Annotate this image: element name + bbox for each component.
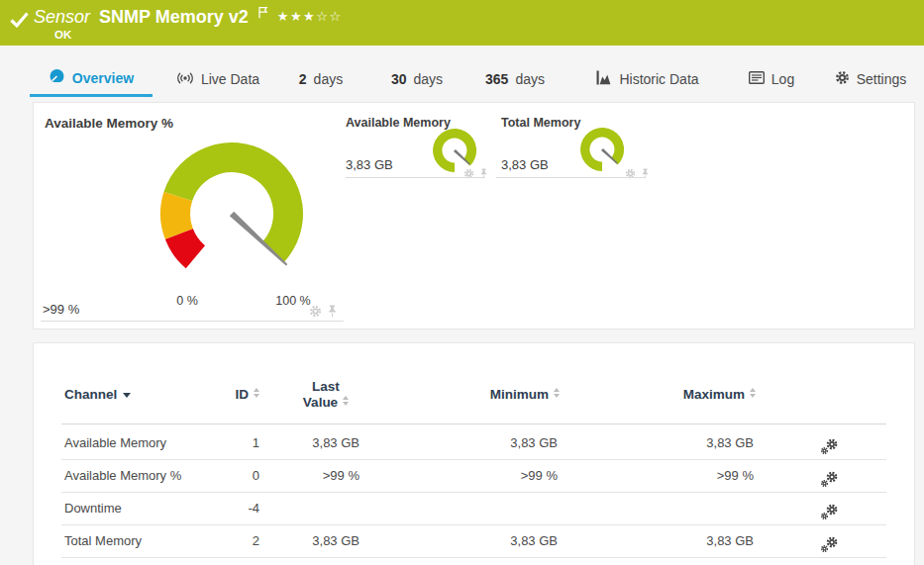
status-badge: OK bbox=[54, 29, 71, 41]
cell-id: 2 bbox=[182, 525, 259, 557]
tab-live-data[interactable]: Live Data bbox=[166, 61, 269, 97]
gear-icon[interactable] bbox=[309, 304, 322, 322]
gear-icon[interactable] bbox=[625, 165, 636, 183]
cell-channel: Available Memory bbox=[64, 427, 166, 459]
tab-2-days[interactable]: 2 days bbox=[293, 61, 349, 97]
overview-gauges-panel: Available Memory % 0 % 100 % >99 % Avail… bbox=[33, 102, 915, 330]
priority-stars[interactable]: ★★★☆☆ bbox=[277, 9, 343, 24]
cell-maximum: >99 % bbox=[605, 460, 754, 492]
table-row[interactable]: Available Memory % 0 >99 % >99 % >99 % bbox=[61, 460, 886, 493]
gear-icon bbox=[835, 70, 850, 88]
tab-30-days-label: days bbox=[414, 71, 444, 87]
cell-id: 1 bbox=[182, 427, 259, 459]
cell-channel: Available Memory % bbox=[64, 460, 181, 492]
total-memory-value: 3,83 GB bbox=[501, 157, 549, 172]
tab-2-days-number: 2 bbox=[299, 71, 307, 87]
column-header-id[interactable]: ID bbox=[182, 387, 259, 402]
divider bbox=[346, 177, 485, 178]
tab-settings-label: Settings bbox=[857, 71, 907, 87]
tab-settings[interactable]: Settings bbox=[834, 61, 907, 97]
tab-365-days[interactable]: 365 days bbox=[481, 61, 549, 97]
primary-gauge-title: Available Memory % bbox=[45, 116, 173, 131]
total-memory-gauge-title: Total Memory bbox=[501, 116, 580, 130]
gear-icon[interactable] bbox=[463, 165, 474, 183]
stars-empty-icon: ☆☆ bbox=[316, 9, 342, 24]
cell-minimum: >99 % bbox=[409, 460, 558, 492]
sort-icon bbox=[750, 388, 756, 398]
table-row[interactable]: Downtime -4 bbox=[61, 493, 886, 525]
tab-365-days-number: 365 bbox=[485, 71, 508, 87]
tab-overview[interactable]: Overview bbox=[30, 61, 153, 97]
object-kind-label: Sensor bbox=[34, 7, 90, 28]
cell-id: 0 bbox=[182, 460, 259, 492]
stars-filled-icon: ★★★ bbox=[277, 9, 316, 24]
tab-30-days[interactable]: 30 days bbox=[386, 61, 448, 97]
tab-historic-data-label: Historic Data bbox=[619, 71, 698, 87]
cell-channel: Downtime bbox=[64, 493, 122, 524]
sensor-title: SNMP Memory v2 bbox=[99, 7, 249, 28]
column-header-last-value[interactable]: Last Value bbox=[271, 379, 380, 411]
tab-bar: Overview Live Data 2 days 30 days 365 da… bbox=[0, 61, 924, 97]
sort-icon bbox=[254, 388, 259, 398]
cell-last-value: 3,83 GB bbox=[260, 427, 359, 459]
tab-log-label: Log bbox=[771, 71, 794, 87]
tab-30-days-number: 30 bbox=[391, 71, 407, 87]
flag-marker-icon[interactable] bbox=[257, 5, 268, 23]
channel-rows: Available Memory 1 3,83 GB 3,83 GB 3,83 … bbox=[61, 427, 886, 558]
sort-icon bbox=[554, 388, 560, 398]
table-row[interactable]: Total Memory 2 3,83 GB 3,83 GB 3,83 GB bbox=[61, 525, 886, 558]
column-header-minimum[interactable]: Minimum bbox=[409, 387, 560, 402]
divider bbox=[41, 321, 344, 322]
cell-maximum: 3,83 GB bbox=[605, 427, 754, 459]
cell-minimum: 3,83 GB bbox=[409, 525, 558, 557]
area-chart-icon bbox=[596, 70, 612, 88]
header-divider bbox=[61, 424, 886, 424]
cell-minimum: 3,83 GB bbox=[409, 427, 558, 459]
primary-gauge-value: >99 % bbox=[43, 302, 79, 317]
gauge-icon bbox=[49, 68, 65, 88]
available-memory-value: 3,83 GB bbox=[346, 157, 393, 172]
table-row[interactable]: Available Memory 1 3,83 GB 3,83 GB 3,83 … bbox=[61, 427, 886, 460]
tab-365-days-label: days bbox=[515, 71, 545, 87]
column-header-maximum[interactable]: Maximum bbox=[605, 387, 756, 402]
tab-live-data-label: Live Data bbox=[201, 71, 259, 87]
total-memory-gauge bbox=[577, 125, 627, 174]
tab-log[interactable]: Log bbox=[745, 61, 798, 97]
pin-icon[interactable] bbox=[641, 165, 650, 183]
pin-icon[interactable] bbox=[327, 304, 338, 322]
tab-overview-label: Overview bbox=[72, 70, 134, 86]
column-header-channel[interactable]: Channel bbox=[64, 387, 131, 402]
sort-icon bbox=[343, 396, 349, 406]
sort-desc-icon bbox=[123, 393, 131, 398]
log-list-icon bbox=[749, 71, 765, 87]
channel-settings-gears-icon[interactable] bbox=[820, 533, 839, 565]
primary-gauge bbox=[153, 135, 311, 293]
channels-table-panel: Channel ID Last Value Minimum Maximum Av… bbox=[33, 342, 915, 565]
cell-channel: Total Memory bbox=[64, 525, 142, 557]
status-ok-check-icon bbox=[10, 12, 29, 32]
cell-last-value: >99 % bbox=[260, 460, 359, 492]
cell-maximum: 3,83 GB bbox=[605, 525, 754, 557]
gauge-scale-min: 0 % bbox=[157, 294, 217, 308]
cell-id: -4 bbox=[182, 493, 259, 524]
tab-2-days-label: days bbox=[314, 71, 344, 87]
tab-historic-data[interactable]: Historic Data bbox=[592, 61, 703, 97]
cell-last-value: 3,83 GB bbox=[260, 525, 359, 557]
divider bbox=[496, 177, 646, 178]
pin-icon[interactable] bbox=[479, 165, 488, 183]
broadcast-icon bbox=[176, 71, 194, 88]
sensor-header-bar: Sensor SNMP Memory v2 ★★★☆☆ OK bbox=[0, 0, 924, 46]
